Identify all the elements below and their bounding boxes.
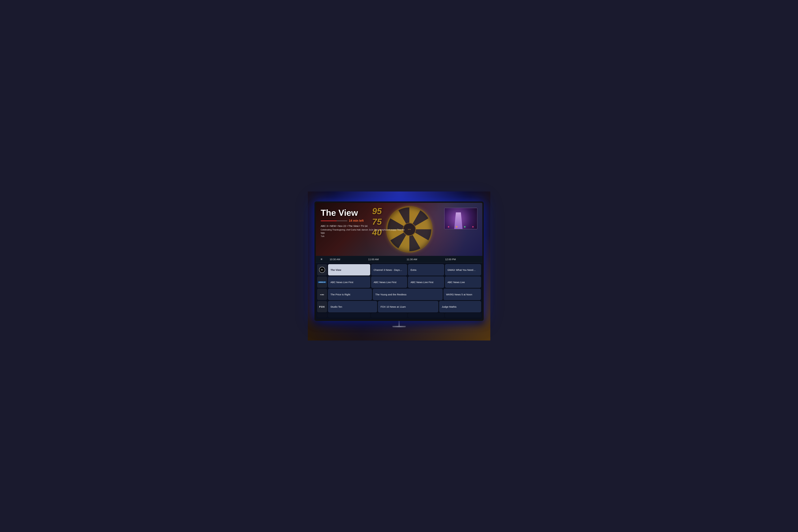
room-background: SPIN 95 75 40 The View [308, 191, 490, 341]
channel-logo-fox[interactable]: FOX [317, 301, 327, 312]
hero-content: The View 14 min left ABC 3 • NEW • Nov 2… [321, 208, 407, 238]
channel-logo-abc[interactable]: abc [317, 264, 327, 276]
show-meta: ABC 3 • NEW • Nov 22 • The View • TV-14 [321, 225, 407, 227]
time-slot-3: 11:30 AM [405, 258, 444, 261]
light-dot-2 [456, 226, 457, 227]
extra-cell-2 [371, 313, 407, 317]
newslive-program-2[interactable]: ABC News Live First [371, 277, 407, 288]
newslive-program-1[interactable]: ABC News Live First [328, 277, 370, 288]
guide-row-newslive: ●NEWSLIVE ABC News Live First ABC News L… [317, 277, 481, 288]
newslive-program-4[interactable]: ABC News Live [445, 277, 481, 288]
cbs-program-2-label: The Young and the Restless [375, 293, 406, 296]
extra-cell-3 [408, 313, 444, 317]
abc-program-2[interactable]: Channel 3 News - Days… [371, 264, 407, 276]
fox-program-3[interactable]: Judge Mathis [439, 301, 481, 312]
channel-logo-newslive[interactable]: ●NEWSLIVE [317, 277, 327, 288]
abc-program-4[interactable]: GMA3: What You Need… [445, 264, 481, 276]
abc-program-4-label: GMA3: What You Need… [448, 268, 476, 271]
time-header: ≡ 10:30 AM 11:00 AM 11:30 AM 12:00 PM [316, 256, 482, 263]
guide-grid: abc The View Channel 3 News - Days… Extr… [316, 263, 482, 320]
fox-program-1[interactable]: Studio Ten [328, 301, 377, 312]
light-dot-3 [464, 226, 465, 227]
extra-cells [328, 313, 481, 317]
fox-program-2[interactable]: FOX 10 News at 11am [378, 301, 438, 312]
abc-program-1[interactable]: The View [328, 264, 370, 276]
abc-program-2-label: Channel 3 News - Days… [374, 268, 402, 271]
cbs-logo-icon: ●CBS [320, 293, 324, 296]
thumbnail-lights [444, 226, 477, 227]
show-description: Celebrating Thanksgiving; chef Carla Hal… [321, 228, 407, 234]
newslive-program-4-label: ABC News Live [448, 281, 465, 284]
show-genre: Talk [321, 235, 407, 238]
newslive-program-2-label: ABC News Live First [374, 281, 397, 284]
abc-program-3-label: Extra [411, 268, 416, 271]
time-slot-1: 10:30 AM [328, 258, 367, 261]
abc-program-3[interactable]: Extra [408, 264, 444, 276]
progress-bar-fill [321, 221, 337, 221]
abc-program-cells: The View Channel 3 News - Days… Extra GM… [328, 264, 481, 276]
progress-container: 14 min left [321, 219, 407, 223]
tv-stand-base [393, 326, 406, 327]
time-slot-4: 12:00 PM [444, 258, 482, 261]
guide-row-abc: abc The View Channel 3 News - Days… Extr… [317, 264, 481, 276]
fox-program-cells: Studio Ten FOX 10 News at 11am Judge Mat… [328, 301, 481, 312]
time-slot-2: 11:00 AM [367, 258, 405, 261]
preview-thumbnail [444, 208, 477, 229]
light-dot-1 [448, 226, 449, 227]
fox-program-3-label: Judge Mathis [442, 305, 456, 308]
guide-row-cbs: ●CBS The Price Is Right The Young and th… [317, 289, 481, 300]
guide-row-extra [317, 313, 481, 317]
light-dot-4 [472, 226, 473, 227]
guide-row-fox: FOX Studio Ten FOX 10 News at 11am Judge… [317, 301, 481, 312]
cbs-program-1[interactable]: The Price Is Right [328, 289, 372, 300]
time-left-label: 14 min left [349, 219, 364, 223]
filter-icon[interactable]: ≡ [318, 258, 326, 261]
fox-program-2-label: FOX 10 News at 11am [380, 305, 406, 308]
newslive-logo-icon: ●NEWSLIVE [318, 281, 326, 283]
cbs-program-1-label: The Price Is Right [330, 293, 350, 296]
newslive-program-cells: ABC News Live First ABC News Live First … [328, 277, 481, 288]
time-slots: 10:30 AM 11:00 AM 11:30 AM 12:00 PM [328, 258, 482, 261]
newslive-program-3[interactable]: ABC News Live First [408, 277, 444, 288]
tv-stand-pole [399, 321, 400, 326]
fox-logo-icon: FOX [319, 305, 325, 308]
tv-screen: SPIN 95 75 40 The View [316, 203, 482, 320]
cbs-program-3-label: WKRG News 5 at Noon [446, 293, 472, 296]
fox-program-1-label: Studio Ten [330, 305, 342, 308]
extra-cell-4 [445, 313, 481, 317]
tv-frame: SPIN 95 75 40 The View [315, 202, 484, 321]
hero-show-title: The View [321, 208, 407, 218]
progress-bar-bg [321, 221, 347, 221]
thumbnail-inner [444, 208, 477, 229]
cbs-program-3[interactable]: WKRG News 5 at Noon [443, 289, 481, 300]
channel-logo-cbs[interactable]: ●CBS [317, 289, 327, 300]
newslive-program-1-label: ABC News Live First [330, 281, 354, 284]
cbs-program-cells: The Price Is Right The Young and the Res… [328, 289, 481, 300]
extra-cell-1 [328, 313, 370, 317]
cbs-program-2[interactable]: The Young and the Restless [373, 289, 442, 300]
newslive-program-3-label: ABC News Live First [411, 281, 433, 284]
abc-program-1-label: The View [330, 268, 341, 271]
abc-logo-icon: abc [319, 267, 325, 273]
channel-logo-extra [317, 313, 327, 317]
hero-section: SPIN 95 75 40 The View [316, 203, 482, 256]
